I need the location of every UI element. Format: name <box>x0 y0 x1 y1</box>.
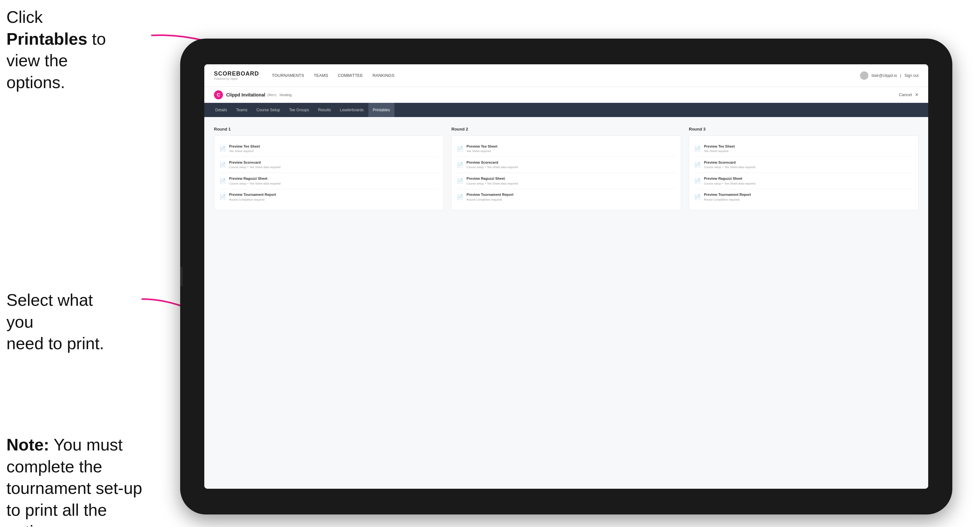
round-3-scorecard[interactable]: 📄 Preview Scorecard Course setup + Tee S… <box>694 157 913 173</box>
round-3-card: 📄 Preview Tee Sheet Tee Sheet required 📄… <box>689 135 918 210</box>
top-nav: SCOREBOARD Powered by clippd TOURNAMENTS… <box>204 64 928 87</box>
tab-course-setup[interactable]: Course Setup <box>252 103 285 117</box>
tab-printables[interactable]: Printables <box>368 103 395 117</box>
nav-separator: | <box>900 73 901 78</box>
tablet-frame: SCOREBOARD Powered by clippd TOURNAMENTS… <box>180 38 952 514</box>
nav-committee[interactable]: COMMITTEE <box>338 71 363 79</box>
tablet-side-button <box>180 267 183 286</box>
tab-leaderboards[interactable]: Leaderboards <box>335 103 368 117</box>
round-3-section: Round 3 📄 Preview Tee Sheet Tee Sheet re… <box>689 127 918 210</box>
logo-sub: Powered by clippd <box>214 77 259 80</box>
tab-tee-groups[interactable]: Tee Groups <box>285 103 313 117</box>
doc-icon: 📄 <box>220 193 226 201</box>
doc-icon: 📄 <box>694 177 701 184</box>
round-1-raguzzi[interactable]: 📄 Preview Raguzzi Sheet Course setup + T… <box>220 173 438 189</box>
round-2-raguzzi[interactable]: 📄 Preview Raguzzi Sheet Course setup + T… <box>457 173 676 189</box>
sub-nav: Details Teams Course Setup Tee Groups Re… <box>204 103 928 117</box>
doc-icon: 📄 <box>694 145 701 152</box>
round-2-title: Round 2 <box>452 127 681 132</box>
tab-teams[interactable]: Teams <box>232 103 252 117</box>
tablet-screen: SCOREBOARD Powered by clippd TOURNAMENTS… <box>204 64 928 489</box>
round-1-scorecard[interactable]: 📄 Preview Scorecard Course setup + Tee S… <box>220 157 438 173</box>
top-nav-right: blair@clippd.io | Sign out <box>860 71 918 80</box>
doc-icon: 📄 <box>220 145 226 152</box>
round-2-card: 📄 Preview Tee Sheet Tee Sheet required 📄… <box>452 135 681 210</box>
tournament-name: Clippd Invitational <box>226 92 265 97</box>
round-3-tee-sheet[interactable]: 📄 Preview Tee Sheet Tee Sheet required <box>694 141 913 157</box>
doc-icon: 📄 <box>457 193 463 201</box>
round-1-tournament-report[interactable]: 📄 Preview Tournament Report Round Comple… <box>220 189 438 205</box>
app-logo: SCOREBOARD <box>214 70 259 77</box>
doc-icon: 📄 <box>457 161 463 168</box>
annotation-top: Click Printables toview the options. <box>6 6 122 93</box>
sign-out-link[interactable]: Sign out <box>904 73 918 78</box>
doc-icon: 📄 <box>457 145 463 152</box>
tab-results[interactable]: Results <box>313 103 335 117</box>
user-email: blair@clippd.io <box>872 73 897 78</box>
round-1-tee-sheet[interactable]: 📄 Preview Tee Sheet Tee Sheet required <box>220 141 438 157</box>
nav-tournaments[interactable]: TOURNAMENTS <box>272 71 304 79</box>
top-nav-links: TOURNAMENTS TEAMS COMMITTEE RANKINGS <box>272 71 860 79</box>
annotation-bottom: Note: You mustcomplete thetournament set… <box>6 434 145 527</box>
round-1-section: Round 1 📄 Preview Tee Sheet Tee Sheet re… <box>214 127 444 210</box>
round-2-section: Round 2 📄 Preview Tee Sheet Tee Sheet re… <box>452 127 681 210</box>
tournament-logo: C <box>214 90 223 99</box>
doc-icon: 📄 <box>220 177 226 184</box>
user-avatar <box>860 71 869 80</box>
annotation-middle: Select what youneed to print. <box>6 289 122 355</box>
round-1-card: 📄 Preview Tee Sheet Tee Sheet required 📄… <box>214 135 444 210</box>
round-2-scorecard[interactable]: 📄 Preview Scorecard Course setup + Tee S… <box>457 157 676 173</box>
doc-icon: 📄 <box>457 177 463 184</box>
nav-rankings[interactable]: RANKINGS <box>372 71 395 79</box>
round-3-tournament-report[interactable]: 📄 Preview Tournament Report Round Comple… <box>694 189 913 205</box>
tournament-tag: (Men) <box>267 93 276 97</box>
doc-icon: 📄 <box>694 161 701 168</box>
close-icon: ✕ <box>915 92 918 97</box>
round-2-tournament-report[interactable]: 📄 Preview Tournament Report Round Comple… <box>457 189 676 205</box>
doc-icon: 📄 <box>694 193 701 201</box>
hosting-badge: Hosting <box>280 93 291 97</box>
doc-icon: 📄 <box>220 161 226 168</box>
content-area: Round 1 📄 Preview Tee Sheet Tee Sheet re… <box>204 117 928 489</box>
nav-teams[interactable]: TEAMS <box>314 71 328 79</box>
round-3-title: Round 3 <box>689 127 918 132</box>
logo-area: SCOREBOARD Powered by clippd <box>214 70 259 80</box>
tab-details[interactable]: Details <box>211 103 232 117</box>
rounds-grid: Round 1 📄 Preview Tee Sheet Tee Sheet re… <box>214 127 918 210</box>
round-3-raguzzi[interactable]: 📄 Preview Raguzzi Sheet Course setup + T… <box>694 173 913 189</box>
cancel-button[interactable]: Cancel ✕ <box>899 92 918 97</box>
round-1-title: Round 1 <box>214 127 444 132</box>
tournament-bar: C Clippd Invitational (Men) Hosting Canc… <box>204 87 928 103</box>
round-2-tee-sheet[interactable]: 📄 Preview Tee Sheet Tee Sheet required <box>457 141 676 157</box>
